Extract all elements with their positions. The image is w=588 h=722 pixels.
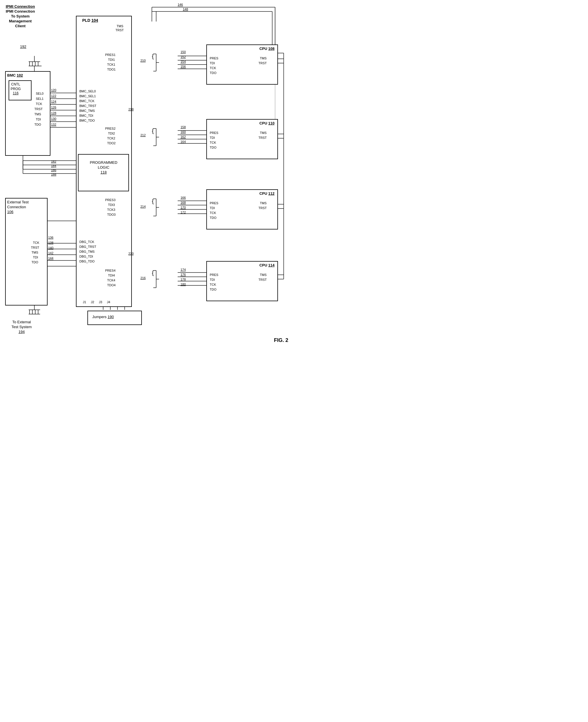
pld-bmc-trst: BMC_TRST xyxy=(79,104,96,107)
cpu112-trst-label: TRST xyxy=(258,206,267,210)
pld-tdo1: TDO1 xyxy=(107,68,115,71)
wire-168: 168 xyxy=(181,201,186,204)
pld-bmc-tck: BMC_TCK xyxy=(79,99,94,103)
bmc-trst: TRST xyxy=(35,107,43,111)
cpu110-tck: TCK xyxy=(210,141,216,144)
cpu110-tms-label: TMS xyxy=(260,131,267,135)
ipmi-ref: 192 xyxy=(20,44,26,49)
ext-trst: TRST xyxy=(31,246,39,249)
pld-tms: TMS xyxy=(117,24,123,28)
wire-156: 156 xyxy=(181,65,186,68)
wire-132: 132 xyxy=(51,123,56,126)
pld-tdi2: TDI2 xyxy=(108,132,115,135)
pld-bmc-sel0: BMC_SEL0 xyxy=(79,89,96,93)
fig-label: FIG. 2 xyxy=(274,337,288,344)
wire-128: 128 xyxy=(51,111,56,115)
bmc-box: BMC 102 CNTLPROG116 SEL0 SEL1 TCK TRST T… xyxy=(5,71,50,156)
cpu110-label: CPU 110 xyxy=(259,121,274,126)
jumper-j2: J2 xyxy=(91,300,94,304)
cntl-prog-box: CNTLPROG116 xyxy=(8,80,31,100)
pld-pres4: PRES4 xyxy=(105,269,115,272)
pld-pres3: PRES3 xyxy=(105,198,115,202)
wire-176: 176 xyxy=(181,273,186,276)
wire-172: 172 xyxy=(181,210,186,214)
wire-138: 138 xyxy=(48,241,53,244)
cpu108-tms-label: TMS xyxy=(260,57,267,60)
cpu110-trst-label: TRST xyxy=(258,136,267,139)
pld-tck1: TCK1 xyxy=(107,63,115,66)
ext-tck: TCK xyxy=(33,241,39,244)
group-212-brace: { xyxy=(152,128,154,134)
cpu110-tdo: TDO xyxy=(210,146,216,149)
cpu112-label: CPU 112 xyxy=(259,191,274,196)
cpu108-tck: TCK xyxy=(210,66,216,70)
group-210: 210 xyxy=(141,59,146,62)
group-220: 220 xyxy=(128,252,133,255)
pld-bmc-sel1: BMC_SEL1 xyxy=(79,94,96,98)
ext-test-label: External TestConnection106 xyxy=(7,200,29,215)
group-210-brace: { xyxy=(152,53,154,60)
cpu112-tdo: TDO xyxy=(210,216,216,219)
wire-180: 180 xyxy=(181,283,186,286)
wire-188: 188 xyxy=(51,173,56,176)
cpu108-tdo: TDO xyxy=(210,71,216,75)
pld-tdo3: TDO3 xyxy=(107,213,115,216)
pld-dbg-tdo: DBG_TDO xyxy=(79,260,94,263)
cpu108-tdi: TDI xyxy=(210,61,215,65)
wire-184: 184 xyxy=(51,164,56,167)
wire-186: 186 xyxy=(51,168,56,172)
cpu110-box: CPU 110 PRES TDI TCK TDO TMS TRST xyxy=(206,119,278,159)
cpu112-pres: PRES xyxy=(210,201,218,205)
group-214: 214 xyxy=(141,205,146,208)
wire-166: 166 xyxy=(181,196,186,199)
bmc-sel0: SEL0 xyxy=(36,92,44,95)
jumpers-box: Jumpers 190 xyxy=(87,310,142,325)
bmc-tck: TCK xyxy=(36,102,42,105)
pld-dbg-tms: DBG_TMS xyxy=(79,250,94,253)
jumper-j1: J1 xyxy=(83,300,86,304)
ext-tdo: TDO xyxy=(31,260,38,264)
wire-152: 152 xyxy=(181,55,186,59)
pld-trst: TRST xyxy=(115,28,124,32)
cpu110-tdi: TDI xyxy=(210,136,215,139)
wire-158: 158 xyxy=(181,125,186,129)
pld-bmc-tms: BMC_TMS xyxy=(79,109,95,113)
cpu112-tdi: TDI xyxy=(210,206,215,210)
pld-tck4: TCK4 xyxy=(107,279,115,282)
ext-test-box: External TestConnection106 TCK TRST TMS … xyxy=(5,198,47,305)
bmc-tms: TMS xyxy=(35,113,41,116)
cpu114-tms-label: TMS xyxy=(260,273,267,277)
pld-tdi3: TDI3 xyxy=(108,203,115,206)
pld-tck3: TCK3 xyxy=(107,208,115,212)
jumper-j3: J3 xyxy=(99,300,102,304)
pld-dbg-tdi: DBG_TDI xyxy=(79,255,93,258)
bmc-tdi: TDI xyxy=(36,118,41,121)
cpu114-pres: PRES xyxy=(210,273,218,277)
cpu112-box: CPU 112 PRES TDI TCK TDO TMS TRST xyxy=(206,189,278,229)
wire-146: 146 xyxy=(178,3,183,6)
pld-dbg-tck: DBG_TCK xyxy=(79,240,94,243)
pld-bmc-tdo: BMC_TDO xyxy=(79,119,95,122)
cpu108-pres: PRES xyxy=(210,57,218,60)
wire-142: 142 xyxy=(48,251,53,255)
wire-160: 160 xyxy=(181,130,186,134)
pld-label: PLD 104 xyxy=(82,18,98,23)
ipmi-label: IPMI Connection IPMI Connection To Syste… xyxy=(6,4,35,28)
group-218: 218 xyxy=(128,107,133,111)
wire-182: 182 xyxy=(51,160,56,163)
cpu110-pres: PRES xyxy=(210,131,218,135)
cpu114-box: CPU 114 PRES TDI TCK TDO TMS TRST xyxy=(206,261,278,301)
wire-140: 140 xyxy=(48,246,53,249)
to-external-label: To ExternalTest System194 xyxy=(12,320,32,335)
wire-150: 150 xyxy=(181,50,186,54)
wire-178: 178 xyxy=(181,278,186,281)
wire-124: 124 xyxy=(51,100,56,103)
pld-tck2: TCK2 xyxy=(107,137,115,140)
bmc-label: BMC 102 xyxy=(7,73,23,78)
wire-170: 170 xyxy=(181,206,186,209)
cpu114-tck: TCK xyxy=(210,283,216,286)
pld-tdi1: TDI1 xyxy=(108,58,115,61)
wire-136: 136 xyxy=(48,236,53,239)
pld-bmc-tdi: BMC_TDI xyxy=(79,114,93,117)
cpu114-trst-label: TRST xyxy=(258,278,267,281)
